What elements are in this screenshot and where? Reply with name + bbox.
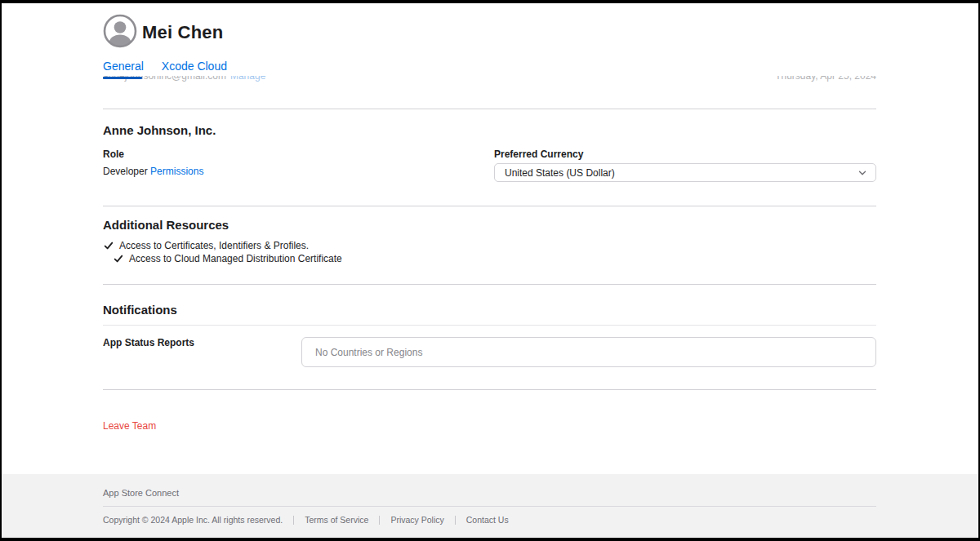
checkmark-icon bbox=[104, 241, 114, 251]
permissions-link[interactable]: Permissions bbox=[150, 166, 203, 177]
signin-date: Thursday, Apr 25, 2024 bbox=[775, 76, 876, 82]
divider bbox=[103, 284, 876, 285]
footer: App Store Connect Copyright © 2024 Apple… bbox=[2, 474, 978, 538]
app-status-empty-value: No Countries or Regions bbox=[315, 347, 422, 358]
resource-item-label: Access to Certificates, Identifiers & Pr… bbox=[119, 240, 309, 251]
active-tab-indicator bbox=[103, 77, 142, 79]
leave-team-link[interactable]: Leave Team bbox=[103, 420, 156, 432]
copyright-text: Copyright © 2024 Apple Inc. All rights r… bbox=[103, 515, 283, 525]
divider bbox=[103, 109, 876, 109]
resource-item-cloud-certificate: Access to Cloud Managed Distribution Cer… bbox=[114, 253, 342, 264]
additional-resources-heading: Additional Resources bbox=[103, 218, 229, 232]
resource-item-certificates: Access to Certificates, Identifiers & Pr… bbox=[104, 240, 309, 251]
role-value-row: Developer Permissions bbox=[103, 166, 203, 177]
tab-general[interactable]: General bbox=[103, 60, 144, 73]
preferred-currency-select[interactable]: United States (US Dollar) bbox=[494, 163, 876, 182]
footer-divider bbox=[103, 506, 876, 507]
app-store-connect-profile-page: annejohnsoninc@gmail.comManage Thursday,… bbox=[2, 3, 978, 538]
scrolled-apple-id-row: annejohnsoninc@gmail.comManage Thursday,… bbox=[2, 76, 978, 84]
preferred-currency-label: Preferred Currency bbox=[494, 149, 583, 160]
footer-separator bbox=[293, 516, 294, 525]
footer-separator bbox=[455, 516, 456, 525]
role-label: Role bbox=[103, 149, 124, 160]
tab-bar: General Xcode Cloud bbox=[103, 60, 227, 73]
preferred-currency-value: United States (US Dollar) bbox=[505, 167, 858, 179]
checkmark-icon bbox=[114, 254, 123, 264]
organization-name-heading: Anne Johnson, Inc. bbox=[103, 123, 216, 137]
profile-header: Mei Chen General Xcode Cloud bbox=[2, 3, 978, 76]
divider bbox=[103, 389, 876, 390]
tab-xcode-cloud[interactable]: Xcode Cloud bbox=[162, 60, 227, 73]
divider bbox=[103, 206, 876, 206]
footer-separator bbox=[379, 516, 380, 525]
person-icon bbox=[103, 14, 137, 48]
privacy-policy-link[interactable]: Privacy Policy bbox=[390, 515, 443, 525]
contact-us-link[interactable]: Contact Us bbox=[466, 515, 509, 525]
terms-of-service-link[interactable]: Terms of Service bbox=[305, 515, 368, 525]
notifications-heading: Notifications bbox=[103, 303, 177, 317]
footer-brand: App Store Connect bbox=[103, 488, 179, 498]
chevron-down-icon bbox=[858, 168, 867, 178]
app-status-reports-label: App Status Reports bbox=[103, 337, 194, 348]
app-status-regions-field[interactable]: No Countries or Regions bbox=[301, 337, 876, 367]
role-value: Developer bbox=[103, 166, 148, 177]
avatar bbox=[103, 14, 137, 48]
resource-item-label: Access to Cloud Managed Distribution Cer… bbox=[129, 253, 342, 264]
footer-legal-row: Copyright © 2024 Apple Inc. All rights r… bbox=[103, 515, 509, 525]
page-title-user-name: Mei Chen bbox=[142, 22, 223, 43]
manage-link[interactable]: Manage bbox=[230, 76, 265, 82]
divider bbox=[103, 325, 876, 326]
